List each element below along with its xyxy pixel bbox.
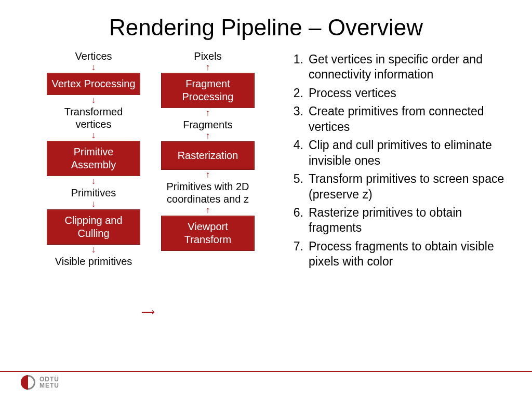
step-item: Get vertices in specific order and conne… [286, 52, 511, 83]
arrow-down-icon: ↓ [47, 95, 140, 105]
label-primitives: Primitives [47, 187, 140, 199]
slide-footer: ODTÜ METU [0, 371, 532, 390]
box-vertex-processing: Vertex Processing [47, 73, 140, 95]
label-vertices: Vertices [47, 50, 140, 62]
pipeline-diagram: Vertices ↓ Vertex Processing ↓ Transform… [21, 50, 270, 341]
arrow-down-icon: ↓ [47, 199, 140, 209]
step-item: Process vertices [286, 86, 511, 101]
step-item: Rasterize primitives to obtain fragments [286, 205, 511, 236]
step-item: Create primitives from connected vertice… [286, 104, 511, 135]
arrow-up-icon: ↑ [161, 62, 255, 73]
arrow-up-icon: ↑ [161, 131, 255, 141]
logo-text: ODTÜ METU [39, 376, 59, 389]
logo-icon [21, 375, 35, 390]
arrow-up-icon: ↑ [161, 205, 255, 216]
diagram-column-right: Pixels ↑ Fragment Processing ↑ Fragments… [161, 50, 255, 251]
label-visible-primitives: Visible primitives [47, 255, 140, 268]
box-clipping-culling: Clipping and Culling [47, 209, 140, 245]
box-rasterization: Rasterization [161, 141, 255, 170]
arrow-up-icon: ↑ [161, 170, 255, 180]
label-transformed-vertices: Transformed vertices [47, 105, 140, 130]
label-primitives-2d: Primitives with 2D coordinates and z [161, 180, 255, 205]
arrow-right-icon: ⟶ [141, 307, 155, 318]
label-pixels: Pixels [161, 50, 255, 62]
slide-title: Rendering Pipeline – Overview [0, 15, 532, 41]
arrow-down-icon: ↓ [47, 245, 140, 255]
logo-line2: METU [39, 382, 59, 389]
diagram-column-left: Vertices ↓ Vertex Processing ↓ Transform… [47, 50, 140, 268]
box-viewport-transform: Viewport Transform [161, 216, 255, 251]
step-item: Clip and cull primitives to eliminate in… [286, 138, 511, 168]
label-fragments: Fragments [161, 118, 255, 131]
step-item: Transform primitives to screen space (pr… [286, 171, 511, 202]
arrow-up-icon: ↑ [161, 108, 255, 118]
university-logo: ODTÜ METU [21, 375, 532, 390]
box-primitive-assembly: Primitive Assembly [47, 141, 140, 176]
steps-list: Get vertices in specific order and conne… [270, 50, 511, 341]
box-fragment-processing: Fragment Processing [161, 73, 255, 108]
step-item: Process fragments to obtain visible pixe… [286, 239, 511, 270]
arrow-down-icon: ↓ [47, 176, 140, 187]
slide-content: Vertices ↓ Vertex Processing ↓ Transform… [0, 50, 532, 341]
arrow-down-icon: ↓ [47, 62, 140, 73]
arrow-down-icon: ↓ [47, 130, 140, 141]
